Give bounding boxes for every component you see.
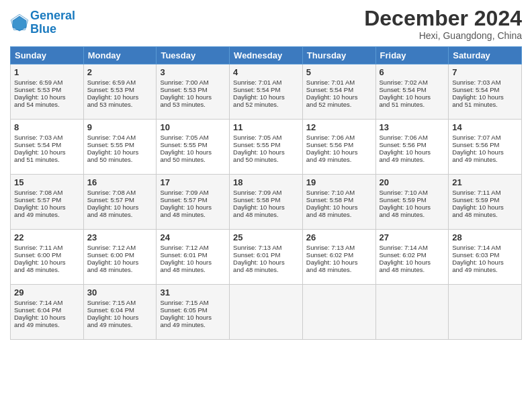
day-number: 1 bbox=[14, 67, 80, 77]
day-number: 11 bbox=[233, 122, 299, 132]
day-info: and 48 minutes. bbox=[380, 266, 445, 273]
day-info: Sunset: 5:56 PM bbox=[380, 141, 445, 148]
day-info: Sunrise: 7:04 AM bbox=[87, 134, 153, 141]
table-row: 28Sunrise: 7:14 AMSunset: 6:03 PMDayligh… bbox=[449, 230, 522, 285]
table-row: 31Sunrise: 7:15 AMSunset: 6:05 PMDayligh… bbox=[157, 285, 230, 340]
table-row: 3Sunrise: 7:00 AMSunset: 5:53 PMDaylight… bbox=[157, 64, 230, 120]
day-number: 31 bbox=[160, 287, 226, 298]
title-section: December 2024 Hexi, Guangdong, China bbox=[364, 7, 522, 41]
day-info: Daylight: 10 hours bbox=[160, 93, 226, 101]
table-row: 15Sunrise: 7:08 AMSunset: 5:57 PMDayligh… bbox=[11, 175, 84, 230]
day-info: and 50 minutes. bbox=[233, 156, 299, 163]
day-info: Sunrise: 7:00 AM bbox=[160, 79, 226, 86]
col-tuesday: Tuesday bbox=[157, 47, 230, 64]
day-info: Sunset: 5:56 PM bbox=[306, 141, 372, 148]
day-info: Sunrise: 7:09 AM bbox=[233, 189, 299, 196]
day-info: Sunset: 5:53 PM bbox=[160, 86, 226, 93]
day-info: Sunset: 5:53 PM bbox=[87, 86, 153, 93]
day-info: and 51 minutes. bbox=[14, 156, 80, 163]
day-info: Sunset: 5:55 PM bbox=[233, 141, 299, 148]
day-info: and 48 minutes. bbox=[233, 266, 299, 273]
day-info: Sunrise: 7:11 AM bbox=[452, 189, 518, 196]
day-number: 16 bbox=[87, 177, 153, 187]
day-info: Daylight: 10 hours bbox=[87, 259, 153, 266]
table-row: 4Sunrise: 7:01 AMSunset: 5:54 PMDaylight… bbox=[230, 64, 303, 120]
day-number: 30 bbox=[87, 287, 153, 298]
day-info: Daylight: 10 hours bbox=[233, 259, 299, 266]
day-info: Daylight: 10 hours bbox=[306, 93, 372, 101]
day-info: Sunrise: 7:01 AM bbox=[233, 79, 299, 86]
day-info: Daylight: 10 hours bbox=[14, 93, 80, 101]
day-info: Sunset: 5:56 PM bbox=[452, 141, 518, 148]
day-info: Sunrise: 7:12 AM bbox=[87, 244, 153, 251]
day-info: Sunset: 5:54 PM bbox=[452, 86, 518, 93]
logo: General Blue bbox=[10, 9, 75, 36]
table-row: 9Sunrise: 7:04 AMSunset: 5:55 PMDaylight… bbox=[83, 120, 157, 175]
day-info: and 49 minutes. bbox=[452, 156, 518, 163]
day-info: Sunset: 6:02 PM bbox=[306, 251, 372, 259]
logo-line2: Blue bbox=[30, 22, 56, 36]
day-info: Daylight: 10 hours bbox=[306, 203, 372, 211]
table-row: 26Sunrise: 7:13 AMSunset: 6:02 PMDayligh… bbox=[302, 230, 375, 285]
table-row bbox=[302, 285, 375, 340]
day-info: Daylight: 10 hours bbox=[87, 93, 153, 101]
day-info: Sunrise: 7:10 AM bbox=[306, 189, 372, 196]
table-row: 14Sunrise: 7:07 AMSunset: 5:56 PMDayligh… bbox=[449, 120, 522, 175]
table-row: 10Sunrise: 7:05 AMSunset: 5:55 PMDayligh… bbox=[157, 120, 230, 175]
table-row: 2Sunrise: 6:59 AMSunset: 5:53 PMDaylight… bbox=[83, 64, 157, 120]
table-row: 23Sunrise: 7:12 AMSunset: 6:00 PMDayligh… bbox=[83, 230, 157, 285]
day-info: and 48 minutes. bbox=[87, 266, 153, 273]
day-number: 18 bbox=[233, 177, 299, 187]
col-wednesday: Wednesday bbox=[230, 47, 303, 64]
day-number: 14 bbox=[452, 122, 518, 132]
day-info: Sunrise: 7:05 AM bbox=[233, 134, 299, 141]
day-info: Sunrise: 7:12 AM bbox=[160, 244, 226, 251]
day-info: and 48 minutes. bbox=[233, 211, 299, 218]
day-info: Sunrise: 7:06 AM bbox=[380, 134, 445, 141]
day-info: Sunset: 5:53 PM bbox=[14, 86, 80, 93]
day-info: Daylight: 10 hours bbox=[233, 93, 299, 101]
table-row: 8Sunrise: 7:03 AMSunset: 5:54 PMDaylight… bbox=[11, 120, 84, 175]
table-row: 6Sunrise: 7:02 AMSunset: 5:54 PMDaylight… bbox=[375, 64, 449, 120]
day-info: Sunrise: 7:13 AM bbox=[233, 244, 299, 251]
day-info: Sunrise: 7:14 AM bbox=[14, 299, 80, 306]
day-number: 10 bbox=[160, 122, 226, 132]
day-number: 25 bbox=[233, 232, 299, 242]
day-info: and 53 minutes. bbox=[87, 101, 153, 108]
day-info: Sunrise: 7:14 AM bbox=[452, 244, 518, 251]
day-info: Sunset: 6:00 PM bbox=[14, 251, 80, 259]
table-row: 1Sunrise: 6:59 AMSunset: 5:53 PMDaylight… bbox=[11, 64, 84, 120]
day-info: Sunset: 6:04 PM bbox=[87, 306, 153, 314]
table-row: 12Sunrise: 7:06 AMSunset: 5:56 PMDayligh… bbox=[302, 120, 375, 175]
table-row: 17Sunrise: 7:09 AMSunset: 5:57 PMDayligh… bbox=[157, 175, 230, 230]
day-info: Sunset: 6:04 PM bbox=[14, 306, 80, 314]
page-container: General Blue December 2024 Hexi, Guangdo… bbox=[0, 0, 532, 347]
table-row bbox=[375, 285, 449, 340]
day-info: Daylight: 10 hours bbox=[306, 259, 372, 266]
day-info: and 49 minutes. bbox=[14, 321, 80, 328]
day-info: Daylight: 10 hours bbox=[380, 93, 445, 101]
table-row: 24Sunrise: 7:12 AMSunset: 6:01 PMDayligh… bbox=[157, 230, 230, 285]
day-info: and 51 minutes. bbox=[452, 101, 518, 108]
calendar-row: 29Sunrise: 7:14 AMSunset: 6:04 PMDayligh… bbox=[11, 285, 522, 340]
day-number: 15 bbox=[14, 177, 80, 187]
day-info: and 50 minutes. bbox=[87, 156, 153, 163]
day-info: Daylight: 10 hours bbox=[160, 203, 226, 211]
day-number: 17 bbox=[160, 177, 226, 187]
day-info: and 50 minutes. bbox=[160, 156, 226, 163]
day-info: and 52 minutes. bbox=[306, 101, 372, 108]
day-number: 2 bbox=[87, 67, 153, 77]
day-info: Sunset: 5:57 PM bbox=[160, 196, 226, 203]
day-number: 7 bbox=[452, 67, 518, 77]
day-info: Sunrise: 6:59 AM bbox=[87, 79, 153, 86]
day-number: 27 bbox=[380, 232, 445, 242]
day-info: Daylight: 10 hours bbox=[452, 259, 518, 266]
day-number: 21 bbox=[452, 177, 518, 187]
day-info: Daylight: 10 hours bbox=[87, 314, 153, 321]
day-info: Sunset: 5:58 PM bbox=[233, 196, 299, 203]
day-info: Sunrise: 7:15 AM bbox=[87, 299, 153, 306]
day-info: and 48 minutes. bbox=[14, 266, 80, 273]
day-info: and 52 minutes. bbox=[233, 101, 299, 108]
day-info: and 54 minutes. bbox=[14, 101, 80, 108]
table-row: 5Sunrise: 7:01 AMSunset: 5:54 PMDaylight… bbox=[302, 64, 375, 120]
